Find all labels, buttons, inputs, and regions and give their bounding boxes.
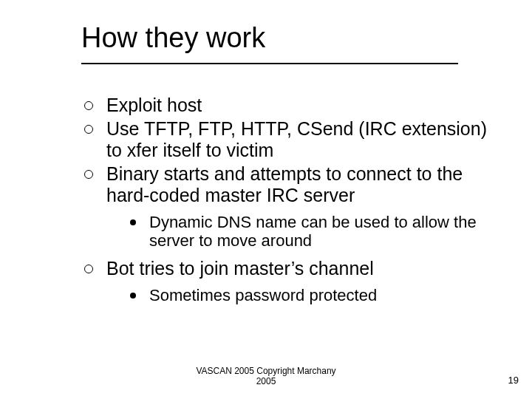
list-item: Use TFTP, FTP, HTTP, CSend (IRC extensio… xyxy=(81,118,495,162)
disc-bullet-icon xyxy=(130,219,136,225)
list-item-text: Binary starts and attempts to connect to… xyxy=(106,163,463,206)
sub-bullet-list: Sometimes password protected xyxy=(106,286,495,305)
slide-footer: VASCAN 2005 Copyright Marchany 2005 xyxy=(0,366,532,387)
slide-body: Exploit host Use TFTP, FTP, HTTP, CSend … xyxy=(81,95,495,313)
circle-bullet-icon xyxy=(84,265,93,273)
title-underline xyxy=(81,63,458,64)
list-item: Bot tries to join master’s channel Somet… xyxy=(81,258,495,304)
sub-list-item: Dynamic DNS name can be used to allow th… xyxy=(120,213,495,251)
bullet-list: Exploit host Use TFTP, FTP, HTTP, CSend … xyxy=(81,95,495,305)
list-item: Exploit host xyxy=(81,95,495,117)
circle-bullet-icon xyxy=(84,101,93,110)
sub-list-item: Sometimes password protected xyxy=(120,286,495,305)
page-number: 19 xyxy=(508,375,519,386)
list-item-text: Bot tries to join master’s channel xyxy=(106,258,374,279)
list-item-text: Use TFTP, FTP, HTTP, CSend (IRC extensio… xyxy=(106,118,487,161)
circle-bullet-icon xyxy=(84,170,93,179)
slide-title: How they work xyxy=(81,22,265,54)
circle-bullet-icon xyxy=(84,125,93,134)
list-item-text: Exploit host xyxy=(106,95,202,115)
sub-list-item-text: Sometimes password protected xyxy=(149,286,377,304)
footer-line2: 2005 xyxy=(256,376,276,386)
disc-bullet-icon xyxy=(130,293,136,299)
footer-line1: VASCAN 2005 Copyright Marchany xyxy=(196,366,335,376)
sub-bullet-list: Dynamic DNS name can be used to allow th… xyxy=(106,213,495,251)
list-item: Binary starts and attempts to connect to… xyxy=(81,163,495,251)
sub-list-item-text: Dynamic DNS name can be used to allow th… xyxy=(149,213,477,250)
slide: How they work Exploit host Use TFTP, FTP… xyxy=(0,0,532,399)
